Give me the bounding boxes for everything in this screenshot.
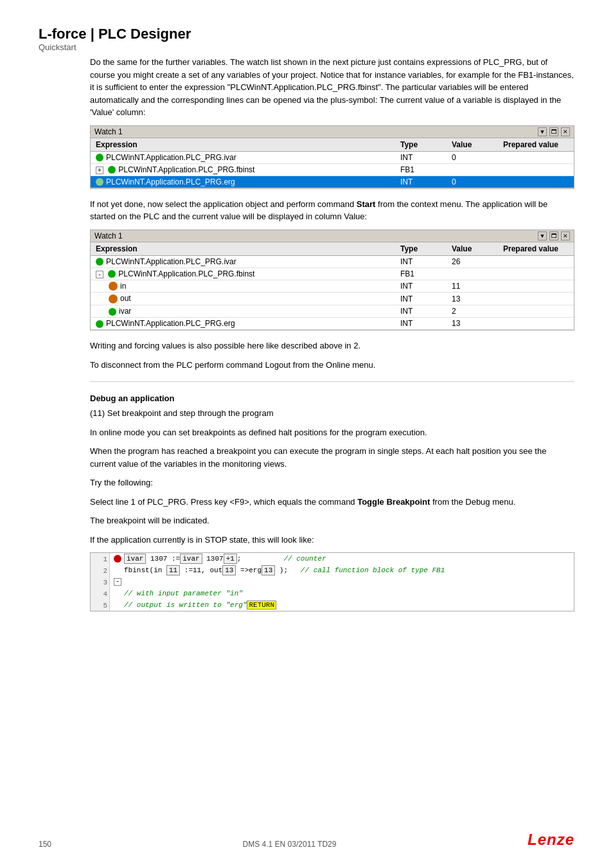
watch-2-row-2-expr: - PLCWinNT.Application.PLC_PRG.fbinst — [93, 269, 398, 279]
watch-1-row-1[interactable]: PLCWinNT.Application.PLC_PRG.ivar INT 0 — [91, 152, 574, 164]
watch-2-sub-out-prepared — [501, 298, 571, 300]
var-icon-output — [109, 294, 118, 303]
watch-2-sub-ivar-prepared — [501, 311, 571, 312]
doc-ref: DMS 4.1 EN 03/2011 TD29 — [243, 840, 337, 849]
watch-2-sub-out: out INT 13 — [91, 293, 574, 305]
code-text-semi: ; — [237, 555, 284, 563]
code-content: ivar 1307 := ivar 1307 +1 ; // counter — [110, 553, 574, 611]
watch-2-row-1-type: INT — [398, 257, 449, 267]
page-number: 150 — [39, 840, 51, 849]
watch-1-row-3-type: INT — [398, 177, 449, 187]
watch-2-row-erg-value: 13 — [449, 318, 501, 329]
watch-1-row-1-value: 0 — [449, 152, 501, 163]
debug-heading: Debug an application — [90, 393, 574, 403]
watch-1-row-2-prepared — [501, 169, 571, 170]
var-icon-input — [109, 282, 118, 291]
watch-2-row-1-expr: PLCWinNT.Application.PLC_PRG.ivar — [93, 257, 398, 267]
debug-try: Try the following: — [90, 476, 574, 489]
code-text-erg: =>erg — [236, 566, 262, 574]
line-num-3: 3 — [91, 576, 110, 588]
watch-2-row-erg[interactable]: PLCWinNT.Application.PLC_PRG.erg INT 13 — [91, 318, 574, 330]
lenze-logo: Lenze — [528, 831, 574, 849]
watch-1-float-icon[interactable]: 🗖 — [549, 127, 558, 136]
minus-btn[interactable]: - — [114, 578, 121, 586]
debug-select: Select line 1 of PLC_PRG. Press key <F9>… — [90, 496, 574, 509]
watch-1-row-3-prepared — [501, 181, 571, 183]
watch-2-sub-out-type: INT — [398, 294, 449, 304]
code-text-1307a: 1307 := — [146, 555, 180, 563]
watch-1-row-2[interactable]: + PLCWinNT.Application.PLC_PRG.fbinst FB… — [91, 164, 574, 176]
ivar-box-2: ivar — [180, 554, 202, 564]
watch-2-titlebar: Watch 1 ▼ 🗖 ✕ — [91, 230, 574, 242]
watch-1-row-1-prepared — [501, 157, 571, 158]
subtitle: Quickstart — [39, 42, 574, 52]
watch-2-sub-out-expr: out — [106, 293, 398, 304]
code-line-4: // with input parameter "in" — [110, 588, 574, 599]
watch-2-col-value: Value — [449, 244, 501, 254]
code-line-2: fbinst(in 11 :=11, out 13 =>erg 13 ); //… — [110, 565, 574, 576]
watch-2-sub-out-value: 13 — [449, 294, 501, 304]
var-icon-green — [96, 154, 103, 161]
watch-1-col-prepared: Prepared value — [501, 140, 571, 150]
watch-1-row-3[interactable]: PLCWinNT.Application.PLC_PRG.erg INT 0 — [91, 176, 574, 188]
watch-1-col-value: Value — [449, 140, 501, 150]
ivar-box-1: ivar — [124, 554, 146, 564]
watch-2-sub-in-expr: in — [106, 281, 398, 292]
watch-2-sub-ivar: ivar INT 2 — [91, 305, 574, 318]
watch-2-sub-in-prepared — [501, 285, 571, 287]
watch-1-icons: ▼ 🗖 ✕ — [538, 127, 570, 136]
watch-1-header: Expression Type Value Prepared value — [91, 138, 574, 152]
watch-2-col-type: Type — [398, 244, 449, 254]
debug-p1: In online mode you can set breakpoints a… — [90, 426, 574, 439]
comment-call: // call function block of type FB1 — [301, 566, 445, 574]
code-text-close: ); — [275, 566, 301, 574]
watch-2-row-2-prepared — [501, 273, 571, 275]
watch-1-pin-icon[interactable]: ▼ — [538, 127, 547, 136]
watch-2-row-erg-expr: PLCWinNT.Application.PLC_PRG.erg — [93, 318, 398, 329]
watch-1-close-icon[interactable]: ✕ — [561, 127, 570, 136]
code-line-1[interactable]: ivar 1307 := ivar 1307 +1 ; // counter — [110, 553, 574, 565]
watch-2-close-icon[interactable]: ✕ — [561, 231, 570, 240]
watch-2-row-erg-type: INT — [398, 318, 449, 329]
code-text-in: :=11, out — [180, 566, 222, 574]
watch-2-sub-ivar-value: 2 — [449, 306, 501, 316]
return-highlight: RETURN — [247, 601, 276, 610]
line-num-4: 4 — [91, 588, 110, 599]
line-num-1: 1 — [91, 553, 110, 565]
watch-2-row-2-type: FB1 — [398, 269, 449, 279]
code-line-numbers: 1 2 3 4 5 — [91, 553, 110, 611]
page-header: L-force | PLC Designer Quickstart — [39, 26, 574, 52]
watch-table-2: Watch 1 ▼ 🗖 ✕ Expression Type Value Prep… — [90, 230, 574, 331]
section-divider — [90, 381, 574, 382]
watch-2-title: Watch 1 — [94, 231, 123, 240]
debug-indicate: The breakpoint will be indicated. — [90, 514, 574, 527]
fbinst-text: fbinst(in — [124, 566, 166, 574]
text-after-watch1: If not yet done, now select the applicat… — [90, 198, 574, 223]
watch-2-row-2-value — [449, 273, 501, 275]
var-icon-w2-2 — [108, 270, 116, 278]
watch-table-1: Watch 1 ▼ 🗖 ✕ Expression Type Value Prep… — [90, 125, 574, 189]
out-box: 13 — [222, 565, 236, 575]
watch-2-row-2[interactable]: - PLCWinNT.Application.PLC_PRG.fbinst FB… — [91, 268, 574, 280]
watch-2-col-expr: Expression — [93, 244, 398, 254]
intro-text: Do the same for the further variables. T… — [90, 56, 574, 119]
code-line-5: // output is written to "erg" RETURN — [110, 599, 574, 611]
watch-2-row-1[interactable]: PLCWinNT.Application.PLC_PRG.ivar INT 26 — [91, 256, 574, 268]
watch-1-row-3-value: 0 — [449, 177, 501, 187]
watch-1-row-1-type: INT — [398, 152, 449, 163]
watch-2-float-icon[interactable]: 🗖 — [549, 231, 558, 240]
var-icon-w2-1 — [96, 258, 103, 266]
expand-fbinst-icon[interactable]: + — [96, 167, 103, 174]
var-icon-green-3 — [96, 178, 103, 186]
watch-1-titlebar: Watch 1 ▼ 🗖 ✕ — [91, 126, 574, 138]
comment-input-param: // with input parameter "in" — [124, 590, 243, 597]
watch-2-sub-in-type: INT — [398, 281, 449, 291]
watch-1-col-expr: Expression — [93, 140, 398, 150]
collapse-fbinst-icon[interactable]: - — [96, 271, 103, 278]
line-num-2: 2 — [91, 565, 110, 576]
watch-2-header: Expression Type Value Prepared value — [91, 242, 574, 256]
watch-2-pin-icon[interactable]: ▼ — [538, 231, 547, 240]
watch-2-row-1-value: 26 — [449, 257, 501, 267]
var-icon-w2-erg — [96, 320, 103, 328]
watch-1-row-1-expr: PLCWinNT.Application.PLC_PRG.ivar — [93, 152, 398, 163]
